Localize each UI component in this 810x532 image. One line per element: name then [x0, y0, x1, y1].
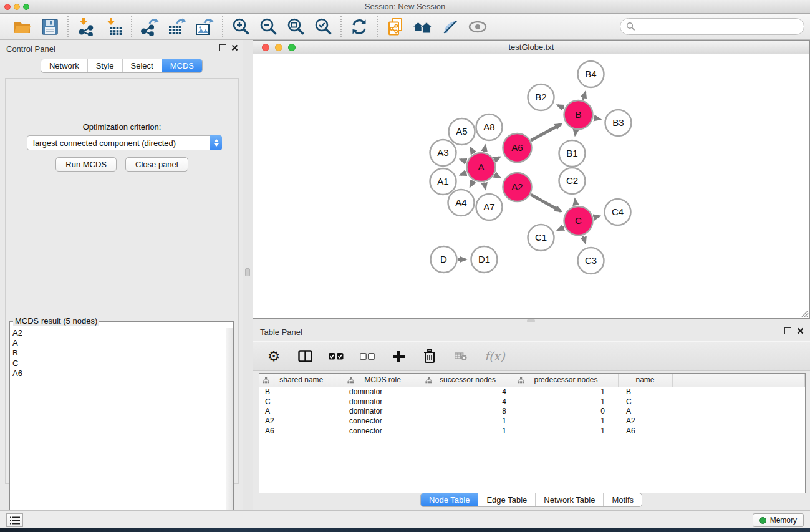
show-all-networks-button[interactable]	[413, 17, 433, 37]
export-network-button[interactable]	[140, 17, 160, 37]
graph-node-A5[interactable]: A5	[449, 118, 475, 145]
tab-mcds[interactable]: MCDS	[162, 59, 202, 72]
graph-node-C4[interactable]: C4	[605, 199, 631, 225]
graph-edge-A-A5[interactable]	[471, 148, 474, 153]
table-cell[interactable]: connector	[344, 426, 422, 436]
float-panel-icon[interactable]	[219, 44, 226, 51]
run-mcds-button[interactable]: Run MCDS	[55, 157, 117, 172]
graph-edge-B-B1[interactable]	[575, 130, 576, 135]
graph-edge-C-C4[interactable]	[594, 216, 599, 218]
maximize-window-button[interactable]	[23, 4, 29, 10]
table-cell[interactable]: 1	[514, 397, 618, 407]
table-cell[interactable]: dominator	[344, 387, 422, 397]
tab-node-table[interactable]: Node Table	[421, 493, 478, 506]
table-cell[interactable]: dominator	[344, 397, 422, 407]
graph-edge-A-A4[interactable]	[470, 181, 473, 186]
table-cell[interactable]: 1	[514, 426, 618, 436]
close-panel-icon[interactable]	[231, 44, 238, 51]
graph-node-C[interactable]: C	[564, 206, 593, 235]
tab-motifs[interactable]: Motifs	[603, 493, 642, 506]
graph-node-D[interactable]: D	[431, 246, 457, 273]
mcds-result-scrollbar[interactable]	[226, 328, 233, 532]
open-session-button[interactable]	[12, 17, 32, 37]
table-cell[interactable]: 4	[422, 387, 514, 397]
column-header-mcds-role[interactable]: MCDS role	[344, 374, 422, 387]
apply-layout-button[interactable]	[349, 17, 369, 37]
graph-node-D1[interactable]: D1	[471, 246, 498, 273]
tab-network-table[interactable]: Network Table	[535, 493, 603, 506]
tab-edge-table[interactable]: Edge Table	[478, 493, 535, 506]
graph-node-A3[interactable]: A3	[430, 140, 456, 166]
tab-select[interactable]: Select	[122, 59, 162, 72]
graph-edge-A-A1[interactable]	[461, 173, 467, 175]
table-cell[interactable]: A6	[259, 426, 344, 436]
graph-node-A1[interactable]: A1	[430, 168, 456, 195]
table-cell[interactable]: B	[618, 387, 672, 397]
mcds-result-item[interactable]: A6	[12, 369, 224, 379]
graph-node-A8[interactable]: A8	[476, 114, 503, 140]
export-image-button[interactable]	[195, 17, 215, 37]
new-network-from-file-button[interactable]	[385, 17, 405, 37]
graph-edge-C-C3[interactable]	[583, 236, 586, 243]
delete-column-button[interactable]	[422, 347, 437, 365]
table-cell[interactable]: 1	[514, 416, 618, 426]
graph-edge-A-A3[interactable]	[461, 160, 467, 162]
search-input[interactable]	[639, 22, 798, 31]
mcds-result-item[interactable]: A	[12, 338, 224, 348]
resize-grip-icon[interactable]	[800, 309, 809, 317]
graph-edge-A6-B[interactable]	[531, 124, 561, 140]
graph-node-B1[interactable]: B1	[559, 140, 586, 167]
graph-edge-A-A6[interactable]	[495, 157, 500, 160]
graph-node-A6[interactable]: A6	[503, 133, 532, 162]
mcds-result-item[interactable]: B	[12, 348, 224, 358]
splitter-handle[interactable]	[245, 268, 250, 276]
table-cell[interactable]: B	[259, 387, 344, 397]
minimize-window-button[interactable]	[14, 4, 20, 10]
export-table-button[interactable]	[167, 17, 187, 37]
mcds-result-item[interactable]: C	[12, 359, 224, 369]
graph-edge-C-C2[interactable]	[575, 200, 576, 206]
network-canvas[interactable]: B4B2BB3A8A5A6A3B1AA1C2A2A4A7C4CC1DD1C3	[253, 54, 809, 318]
table-cell[interactable]: A6	[618, 426, 672, 436]
tab-network[interactable]: Network	[41, 59, 87, 72]
table-cell[interactable]: A2	[259, 416, 344, 426]
deselect-all-button[interactable]	[360, 347, 375, 365]
graph-node-B[interactable]: B	[564, 100, 593, 129]
network-close-button[interactable]	[262, 44, 269, 51]
network-maximize-button[interactable]	[288, 44, 296, 51]
table-cell[interactable]: 1	[422, 416, 514, 426]
table-row[interactable]: Bdominator41B	[259, 387, 805, 397]
graph-edge-A-A7[interactable]	[485, 183, 486, 189]
table-cell[interactable]: C	[259, 397, 344, 407]
select-all-button[interactable]	[329, 347, 344, 365]
graph-node-B3[interactable]: B3	[605, 110, 632, 136]
zoom-fit-button[interactable]	[286, 17, 306, 37]
zoom-selected-button[interactable]	[313, 17, 333, 37]
table-cell[interactable]: 8	[422, 406, 514, 416]
graph-edge-A-A2[interactable]	[494, 175, 499, 177]
table-row[interactable]: A2connector11A2	[259, 416, 805, 426]
table-cell[interactable]: 0	[514, 406, 618, 416]
graph-node-A4[interactable]: A4	[448, 190, 475, 216]
import-table-button[interactable]	[104, 17, 123, 37]
table-cell[interactable]: A2	[618, 416, 672, 426]
table-cell[interactable]: C	[618, 397, 672, 407]
tab-style[interactable]: Style	[87, 59, 122, 72]
add-column-button[interactable]	[391, 347, 406, 365]
table-cell[interactable]: 4	[422, 397, 514, 407]
mcds-result-item[interactable]: A2	[12, 328, 224, 338]
graph-node-B2[interactable]: B2	[528, 84, 554, 110]
network-minimize-button[interactable]	[275, 44, 282, 51]
close-panel-icon[interactable]	[797, 327, 804, 334]
table-cell[interactable]: connector	[344, 416, 422, 426]
zoom-out-button[interactable]	[258, 17, 278, 37]
hide-show-button[interactable]	[468, 17, 488, 37]
graph-edge-C-C1[interactable]	[558, 227, 564, 230]
column-header-name[interactable]: name	[618, 374, 672, 387]
zoom-in-button[interactable]	[231, 17, 251, 37]
float-panel-icon[interactable]	[784, 327, 791, 334]
graph-node-C2[interactable]: C2	[559, 168, 586, 194]
table-row[interactable]: Adominator80A	[259, 406, 805, 416]
graph-edge-B-B2[interactable]	[558, 105, 564, 109]
save-session-button[interactable]	[40, 17, 60, 37]
